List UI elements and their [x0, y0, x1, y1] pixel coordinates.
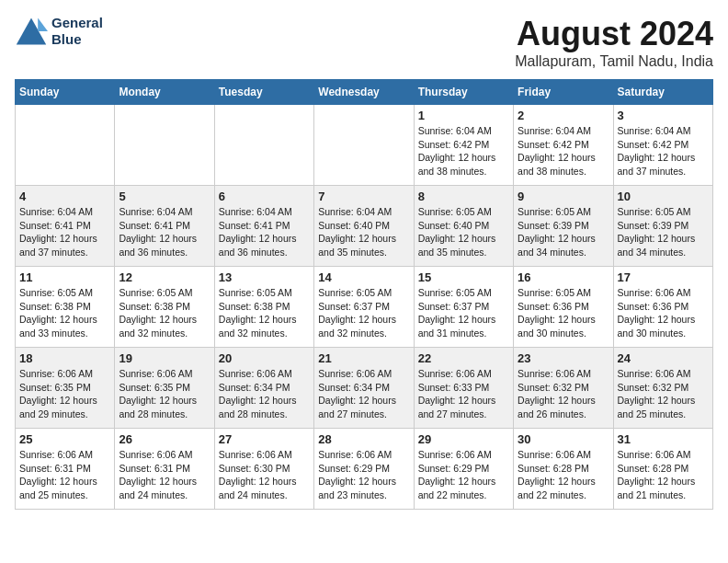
day-info: Sunrise: 6:04 AM Sunset: 6:41 PM Dayligh… — [219, 205, 310, 259]
day-info: Sunrise: 6:06 AM Sunset: 6:28 PM Dayligh… — [518, 448, 609, 502]
day-number: 7 — [318, 190, 409, 203]
day-number: 15 — [418, 270, 509, 284]
day-number: 11 — [19, 270, 110, 284]
calendar-day-cell: 28Sunrise: 6:06 AM Sunset: 6:29 PM Dayli… — [314, 429, 414, 510]
calendar-day-cell: 31Sunrise: 6:06 AM Sunset: 6:28 PM Dayli… — [613, 429, 712, 510]
calendar-day-cell: 4Sunrise: 6:04 AM Sunset: 6:41 PM Daylig… — [16, 186, 115, 267]
day-info: Sunrise: 6:04 AM Sunset: 6:42 PM Dayligh… — [518, 124, 609, 178]
day-info: Sunrise: 6:06 AM Sunset: 6:35 PM Dayligh… — [119, 367, 210, 421]
day-info: Sunrise: 6:06 AM Sunset: 6:31 PM Dayligh… — [119, 448, 210, 502]
day-info: Sunrise: 6:04 AM Sunset: 6:42 PM Dayligh… — [618, 124, 709, 178]
day-info: Sunrise: 6:06 AM Sunset: 6:33 PM Dayligh… — [418, 367, 509, 421]
calendar-day-cell: 21Sunrise: 6:06 AM Sunset: 6:34 PM Dayli… — [314, 348, 414, 429]
day-number: 31 — [618, 432, 709, 446]
calendar-day-cell: 14Sunrise: 6:05 AM Sunset: 6:37 PM Dayli… — [314, 267, 414, 348]
day-number: 13 — [219, 270, 310, 284]
day-info: Sunrise: 6:05 AM Sunset: 6:36 PM Dayligh… — [518, 286, 609, 340]
day-number: 23 — [518, 351, 609, 365]
calendar-day-cell: 2Sunrise: 6:04 AM Sunset: 6:42 PM Daylig… — [514, 105, 613, 186]
day-info: Sunrise: 6:04 AM Sunset: 6:41 PM Dayligh… — [19, 205, 110, 259]
calendar-day-cell: 11Sunrise: 6:05 AM Sunset: 6:38 PM Dayli… — [16, 267, 115, 348]
empty-cell — [314, 105, 414, 186]
calendar-day-cell: 24Sunrise: 6:06 AM Sunset: 6:32 PM Dayli… — [613, 348, 712, 429]
day-info: Sunrise: 6:05 AM Sunset: 6:39 PM Dayligh… — [518, 205, 609, 259]
day-number: 3 — [618, 109, 709, 122]
title-area: August 2024 Mallapuram, Tamil Nadu, Indi… — [515, 15, 713, 70]
calendar-day-cell: 29Sunrise: 6:06 AM Sunset: 6:29 PM Dayli… — [414, 429, 513, 510]
empty-cell — [115, 105, 214, 186]
day-number: 19 — [119, 351, 210, 365]
day-number: 4 — [19, 190, 110, 203]
empty-cell — [214, 105, 313, 186]
day-info: Sunrise: 6:06 AM Sunset: 6:35 PM Dayligh… — [19, 367, 110, 421]
day-number: 27 — [219, 432, 310, 446]
header-thursday: Thursday — [414, 80, 513, 105]
day-number: 24 — [618, 351, 709, 365]
day-number: 12 — [119, 270, 210, 284]
day-info: Sunrise: 6:04 AM Sunset: 6:42 PM Dayligh… — [418, 124, 509, 178]
day-info: Sunrise: 6:05 AM Sunset: 6:38 PM Dayligh… — [119, 286, 210, 340]
calendar-week-row: 1Sunrise: 6:04 AM Sunset: 6:42 PM Daylig… — [16, 105, 713, 186]
day-info: Sunrise: 6:06 AM Sunset: 6:29 PM Dayligh… — [418, 448, 509, 502]
day-number: 5 — [119, 190, 210, 203]
day-number: 28 — [318, 432, 409, 446]
day-info: Sunrise: 6:06 AM Sunset: 6:34 PM Dayligh… — [318, 367, 409, 421]
day-number: 25 — [19, 432, 110, 446]
day-info: Sunrise: 6:05 AM Sunset: 6:38 PM Dayligh… — [219, 286, 310, 340]
day-info: Sunrise: 6:06 AM Sunset: 6:28 PM Dayligh… — [618, 448, 709, 502]
calendar-day-cell: 30Sunrise: 6:06 AM Sunset: 6:28 PM Dayli… — [514, 429, 613, 510]
day-info: Sunrise: 6:06 AM Sunset: 6:29 PM Dayligh… — [318, 448, 409, 502]
day-number: 6 — [219, 190, 310, 203]
day-info: Sunrise: 6:06 AM Sunset: 6:32 PM Dayligh… — [618, 367, 709, 421]
day-info: Sunrise: 6:05 AM Sunset: 6:37 PM Dayligh… — [318, 286, 409, 340]
day-info: Sunrise: 6:05 AM Sunset: 6:40 PM Dayligh… — [418, 205, 509, 259]
calendar-table: SundayMondayTuesdayWednesdayThursdayFrid… — [15, 79, 713, 510]
day-info: Sunrise: 6:04 AM Sunset: 6:40 PM Dayligh… — [318, 205, 409, 259]
calendar-day-cell: 26Sunrise: 6:06 AM Sunset: 6:31 PM Dayli… — [115, 429, 214, 510]
calendar-day-cell: 8Sunrise: 6:05 AM Sunset: 6:40 PM Daylig… — [414, 186, 513, 267]
svg-marker-1 — [38, 18, 48, 31]
calendar-week-row: 4Sunrise: 6:04 AM Sunset: 6:41 PM Daylig… — [16, 186, 713, 267]
header-wednesday: Wednesday — [314, 80, 414, 105]
header-friday: Friday — [514, 80, 613, 105]
day-number: 8 — [418, 190, 509, 203]
calendar-week-row: 25Sunrise: 6:06 AM Sunset: 6:31 PM Dayli… — [16, 429, 713, 510]
day-info: Sunrise: 6:05 AM Sunset: 6:37 PM Dayligh… — [418, 286, 509, 340]
day-number: 2 — [518, 109, 609, 122]
day-number: 16 — [518, 270, 609, 284]
calendar-day-cell: 19Sunrise: 6:06 AM Sunset: 6:35 PM Dayli… — [115, 348, 214, 429]
day-number: 26 — [119, 432, 210, 446]
calendar-day-cell: 3Sunrise: 6:04 AM Sunset: 6:42 PM Daylig… — [613, 105, 712, 186]
day-info: Sunrise: 6:06 AM Sunset: 6:34 PM Dayligh… — [219, 367, 310, 421]
day-number: 9 — [518, 190, 609, 203]
day-info: Sunrise: 6:04 AM Sunset: 6:41 PM Dayligh… — [119, 205, 210, 259]
day-number: 21 — [318, 351, 409, 365]
calendar-day-cell: 9Sunrise: 6:05 AM Sunset: 6:39 PM Daylig… — [514, 186, 613, 267]
day-info: Sunrise: 6:06 AM Sunset: 6:32 PM Dayligh… — [518, 367, 609, 421]
day-number: 17 — [618, 270, 709, 284]
day-number: 14 — [318, 270, 409, 284]
calendar-day-cell: 18Sunrise: 6:06 AM Sunset: 6:35 PM Dayli… — [16, 348, 115, 429]
calendar-week-row: 11Sunrise: 6:05 AM Sunset: 6:38 PM Dayli… — [16, 267, 713, 348]
day-info: Sunrise: 6:06 AM Sunset: 6:36 PM Dayligh… — [618, 286, 709, 340]
calendar-day-cell: 6Sunrise: 6:04 AM Sunset: 6:41 PM Daylig… — [214, 186, 313, 267]
day-number: 1 — [418, 109, 509, 122]
calendar-day-cell: 15Sunrise: 6:05 AM Sunset: 6:37 PM Dayli… — [414, 267, 513, 348]
day-number: 30 — [518, 432, 609, 446]
calendar-day-cell: 12Sunrise: 6:05 AM Sunset: 6:38 PM Dayli… — [115, 267, 214, 348]
day-info: Sunrise: 6:06 AM Sunset: 6:31 PM Dayligh… — [19, 448, 110, 502]
logo-text: General Blue — [51, 15, 103, 48]
calendar-day-cell: 13Sunrise: 6:05 AM Sunset: 6:38 PM Dayli… — [214, 267, 313, 348]
page-title: August 2024 — [515, 15, 713, 53]
calendar-day-cell: 16Sunrise: 6:05 AM Sunset: 6:36 PM Dayli… — [514, 267, 613, 348]
day-number: 10 — [618, 190, 709, 203]
day-info: Sunrise: 6:05 AM Sunset: 6:38 PM Dayligh… — [19, 286, 110, 340]
calendar-day-cell: 27Sunrise: 6:06 AM Sunset: 6:30 PM Dayli… — [214, 429, 313, 510]
calendar-day-cell: 1Sunrise: 6:04 AM Sunset: 6:42 PM Daylig… — [414, 105, 513, 186]
logo-icon — [15, 15, 48, 48]
calendar-day-cell: 25Sunrise: 6:06 AM Sunset: 6:31 PM Dayli… — [16, 429, 115, 510]
day-number: 18 — [19, 351, 110, 365]
calendar-day-cell: 10Sunrise: 6:05 AM Sunset: 6:39 PM Dayli… — [613, 186, 712, 267]
day-number: 22 — [418, 351, 509, 365]
header-sunday: Sunday — [16, 80, 115, 105]
